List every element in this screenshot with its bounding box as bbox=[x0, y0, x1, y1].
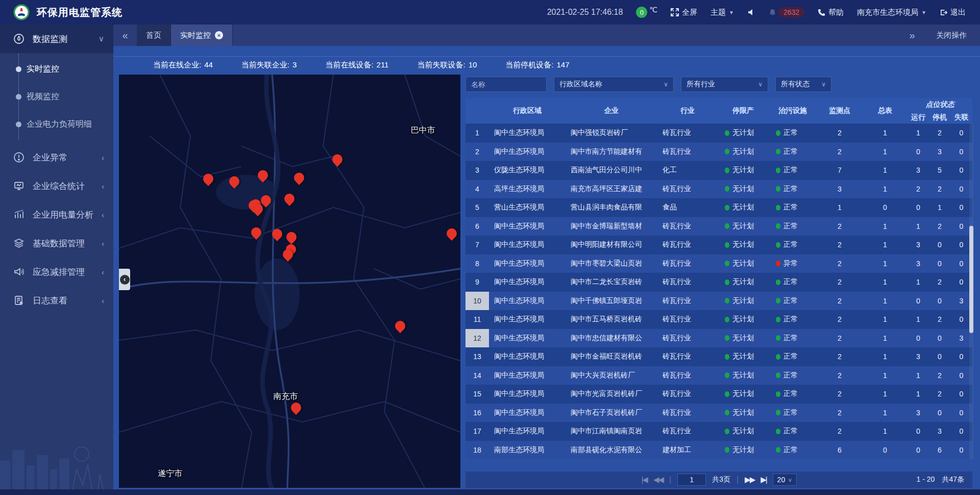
notifications[interactable]: 2632 bbox=[769, 7, 804, 17]
sidebar-subitem-企业电力负荷明细[interactable]: 企业电力负荷明细 bbox=[0, 110, 113, 138]
table-row[interactable]: 6阆中生态环境局阆中市金博瑞新型墙材砖瓦行业无计划正常21120 bbox=[465, 217, 972, 236]
cell-stopped: 6 bbox=[929, 446, 950, 454]
sidebar-item-label: 企业异常 bbox=[33, 152, 67, 163]
status-dot-icon bbox=[776, 354, 780, 360]
table-row[interactable]: 2阆中生态环境局阆中市南方节能建材有砖瓦行业无计划正常21030 bbox=[465, 143, 972, 161]
table-row[interactable]: 10阆中生态环境局阆中千佛镇五郎垭页岩砖瓦行业无计划正常21003 bbox=[465, 292, 972, 311]
tab-首页[interactable]: 首页 bbox=[137, 25, 171, 46]
cell-treatment-status: 正常 bbox=[769, 128, 817, 137]
table-row[interactable]: 7阆中生态环境局阆中明阳建材有限公司砖瓦行业无计划正常21300 bbox=[465, 235, 972, 254]
stop-status-label: 无计划 bbox=[732, 445, 754, 455]
table-scrollbar[interactable] bbox=[969, 124, 973, 459]
sidebar-item-企业异常[interactable]: 企业异常‹ bbox=[0, 143, 113, 172]
cell-industry: 砖瓦行业 bbox=[657, 408, 718, 417]
next-page-button[interactable]: ▶▶ bbox=[745, 475, 754, 484]
tabs-scroll-left-icon[interactable]: « bbox=[113, 25, 137, 46]
stop-status-label: 无计划 bbox=[732, 315, 754, 324]
cell-meters: 1 bbox=[863, 185, 908, 193]
name-filter-input[interactable] bbox=[465, 77, 547, 92]
table-row[interactable]: 3仪陇生态环境局西南油气田分公司川中化工无计划正常71350 bbox=[465, 161, 972, 180]
status-filter-select[interactable]: 所有状态 ∨ bbox=[775, 77, 831, 92]
stat-value: 211 bbox=[377, 60, 389, 70]
cell-region: 阆中生态环境局 bbox=[489, 259, 566, 268]
notification-count-badge: 2632 bbox=[778, 7, 804, 17]
table-row[interactable]: 15阆中生态环境局阆中市光富页岩机砖厂砖瓦行业无计划正常21120 bbox=[465, 385, 972, 404]
table-row[interactable]: 17阆中生态环境局阆中市江南镇阆南页岩砖瓦行业无计划正常21030 bbox=[465, 422, 972, 441]
sidebar-item-企业用电量分析[interactable]: 企业用电量分析‹ bbox=[0, 200, 113, 229]
user-dropdown[interactable]: 南充市生态环境局 ▼ bbox=[857, 8, 926, 17]
status-dot-icon bbox=[776, 130, 780, 136]
sidebar-item-数据监测[interactable]: 数据监测∨ bbox=[0, 25, 113, 53]
industry-filter-value: 所有行业 bbox=[687, 80, 715, 89]
treatment-status-label: 正常 bbox=[783, 427, 798, 436]
cell-company: 阆中市忠信建材有限公 bbox=[566, 334, 657, 343]
table-row[interactable]: 13阆中生态环境局阆中市金福旺页岩机砖砖瓦行业无计划正常21300 bbox=[465, 347, 972, 366]
page-size-select[interactable]: 20 ∨ bbox=[773, 474, 797, 486]
cell-index: 8 bbox=[465, 254, 489, 273]
cell-meters: 1 bbox=[863, 260, 908, 268]
table-row[interactable]: 8阆中生态环境局阆中市枣碧大梁山页岩砖瓦行业无计划异常21300 bbox=[465, 254, 972, 273]
sidebar-subitem-视频监控[interactable]: 视频监控 bbox=[0, 83, 113, 110]
cell-index: 9 bbox=[465, 273, 489, 292]
region-filter-select[interactable]: 行政区域名称 ∨ bbox=[554, 77, 674, 92]
table-row[interactable]: 9阆中生态环境局阆中市二龙长宝页岩砖砖瓦行业无计划正常21120 bbox=[465, 273, 972, 292]
status-dot-icon bbox=[725, 447, 729, 453]
status-dot-icon bbox=[725, 186, 729, 192]
stop-status-label: 无计划 bbox=[732, 240, 754, 249]
cell-stop-status: 无计划 bbox=[718, 296, 769, 305]
theme-dropdown[interactable]: 主题 ▼ bbox=[710, 8, 734, 17]
cell-running: 0 bbox=[908, 203, 929, 211]
prev-page-button[interactable]: ◀◀ bbox=[653, 475, 663, 484]
tab-实时监控[interactable]: 实时监控× bbox=[171, 25, 233, 46]
table-row[interactable]: 1阆中生态环境局阆中强锐页岩砖厂砖瓦行业无计划正常21120 bbox=[465, 124, 972, 143]
table-row[interactable]: 18南部生态环境局南部县砚化水泥有限公建材加工无计划正常60060 bbox=[465, 441, 972, 460]
cell-treatment-status: 正常 bbox=[769, 203, 817, 212]
range-label: 1 - 20 bbox=[917, 475, 935, 484]
cell-region: 阆中生态环境局 bbox=[489, 371, 566, 380]
treatment-status-label: 正常 bbox=[783, 277, 798, 287]
alert-icon bbox=[13, 152, 24, 163]
sidebar-subitem-实时监控[interactable]: 实时监控 bbox=[0, 55, 113, 83]
cell-stopped: 2 bbox=[929, 390, 950, 398]
map[interactable]: ‹ 巴中市南充市遂宁市 bbox=[119, 75, 460, 488]
first-page-button[interactable]: |◀ bbox=[641, 475, 647, 484]
cell-index: 3 bbox=[465, 161, 489, 180]
fullscreen-button[interactable]: 全屏 bbox=[671, 8, 697, 17]
table-row[interactable]: 4高坪生态环境局南充市高坪区王家店建砖瓦行业无计划正常31220 bbox=[465, 180, 972, 199]
cell-stopped: 3 bbox=[929, 148, 950, 156]
mute-button[interactable] bbox=[747, 8, 755, 16]
table-row[interactable]: 12阆中生态环境局阆中市忠信建材有限公砖瓦行业无计划正常21003 bbox=[465, 329, 972, 348]
sidebar-item-日志查看[interactable]: 日志查看‹ bbox=[0, 286, 113, 315]
table-row[interactable]: 14阆中生态环境局阆中大兴页岩机砖厂砖瓦行业无计划正常21120 bbox=[465, 366, 972, 385]
table-row[interactable]: 11阆中生态环境局阆中市五马桥页岩机砖砖瓦行业无计划正常21120 bbox=[465, 310, 972, 329]
chevron-down-icon: ∨ bbox=[99, 34, 104, 43]
map-panel-collapse-button[interactable]: ‹ bbox=[119, 269, 130, 290]
cell-industry: 砖瓦行业 bbox=[657, 240, 718, 249]
fullscreen-icon bbox=[671, 8, 679, 16]
col-stopped: 停机 bbox=[929, 111, 950, 124]
last-page-button[interactable]: ▶| bbox=[761, 475, 766, 484]
scrollbar-thumb[interactable] bbox=[969, 226, 973, 333]
stop-status-label: 无计划 bbox=[732, 427, 754, 436]
cell-points: 2 bbox=[817, 278, 863, 286]
tabs-scroll-right-icon[interactable]: » bbox=[900, 30, 924, 41]
cell-index: 12 bbox=[465, 329, 489, 348]
sidebar-item-应急减排管理[interactable]: 应急减排管理‹ bbox=[0, 257, 113, 286]
cell-company: 阆中市枣碧大梁山页岩 bbox=[566, 259, 657, 268]
industry-filter-select[interactable]: 所有行业 ∨ bbox=[681, 77, 768, 92]
city-label-南充市: 南充市 bbox=[273, 391, 298, 402]
page-number-input[interactable] bbox=[677, 474, 706, 486]
tab-close-icon[interactable]: × bbox=[215, 31, 223, 39]
status-dot-icon bbox=[776, 447, 780, 453]
status-dot-icon bbox=[776, 261, 780, 266]
help-button[interactable]: 帮助 bbox=[818, 8, 844, 17]
close-operations-button[interactable]: 关闭操作 bbox=[936, 31, 967, 40]
cell-meters: 1 bbox=[863, 334, 908, 342]
sidebar-item-基础数据管理[interactable]: 基础数据管理‹ bbox=[0, 229, 113, 257]
speaker-icon bbox=[747, 8, 755, 16]
table-row[interactable]: 5营山生态环境局营山县润丰肉食品有限食品无计划正常10010 bbox=[465, 198, 972, 217]
sidebar-item-企业综合统计[interactable]: 企业综合统计‹ bbox=[0, 172, 113, 200]
exit-button[interactable]: 退出 bbox=[940, 8, 966, 17]
table-row[interactable]: 16阆中生态环境局阆中市石子页岩机砖厂砖瓦行业无计划正常21300 bbox=[465, 404, 972, 422]
city-label-巴中市: 巴中市 bbox=[410, 125, 435, 136]
